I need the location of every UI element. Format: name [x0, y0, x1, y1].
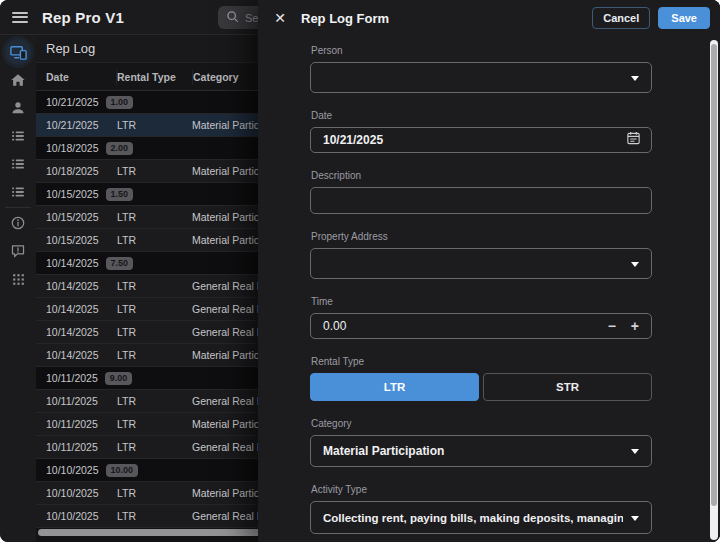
rep-log-title: Rep Log: [46, 41, 95, 56]
devices-icon: [9, 43, 28, 62]
cell-rental-type: LTR: [117, 441, 192, 453]
description-input[interactable]: [310, 187, 652, 214]
drawer-header: ✕ Rep Log Form Cancel Save: [258, 0, 720, 36]
drawer-body: Person Date 10/21/2025: [258, 36, 720, 542]
sidebar-item-info[interactable]: [5, 210, 31, 236]
activity-type-select[interactable]: Collecting rent, paying bills, making de…: [310, 501, 652, 534]
cell-rental-type: LTR: [117, 280, 192, 292]
cell-rental-type: LTR: [117, 303, 192, 315]
sidebar-item-list-3[interactable]: [5, 179, 31, 205]
cell-date: 10/14/2025: [36, 349, 117, 361]
rental-type-label: Rental Type: [311, 356, 652, 368]
activity-type-field: Activity Type Collecting rent, paying bi…: [310, 484, 652, 534]
cell-rental-type: LTR: [117, 510, 192, 522]
minus-icon[interactable]: −: [608, 319, 616, 333]
group-date: 10/21/2025: [36, 96, 99, 108]
app-title: Rep Pro V1: [42, 9, 124, 26]
group-total-badge: 1.50: [106, 188, 134, 201]
group-date: 10/11/2025: [36, 372, 98, 384]
apps-grid-icon: [11, 272, 26, 287]
activity-type-label: Activity Type: [311, 484, 652, 496]
person-label: Person: [311, 45, 652, 57]
sidebar-divider: [5, 207, 31, 208]
cell-date: 10/18/2025: [36, 165, 117, 177]
menu-button[interactable]: [8, 5, 32, 29]
chevron-down-icon: [631, 449, 639, 454]
group-total-badge: 1.00: [106, 96, 134, 109]
cell-rental-type: LTR: [117, 211, 192, 223]
group-date: 10/14/2025: [36, 257, 99, 269]
cell-date: 10/14/2025: [36, 303, 117, 315]
person-icon: [10, 100, 26, 116]
sidebar-item-apps[interactable]: [5, 266, 31, 292]
cell-date: 10/21/2025: [36, 119, 117, 131]
save-button[interactable]: Save: [658, 7, 710, 29]
hamburger-icon: [12, 9, 28, 25]
sidebar-item-feedback[interactable]: [5, 238, 31, 264]
time-stepper: − +: [608, 314, 639, 338]
time-input[interactable]: 0.00 − +: [310, 313, 652, 339]
cell-date: 10/15/2025: [36, 211, 117, 223]
sidebar: [0, 35, 36, 542]
group-total-badge: 2.00: [106, 142, 134, 155]
time-label: Time: [311, 296, 652, 308]
property-address-field: Property Address: [310, 231, 652, 279]
property-address-select[interactable]: [310, 248, 652, 279]
description-label: Description: [311, 170, 652, 182]
close-icon[interactable]: ✕: [270, 8, 290, 28]
rep-log-form-drawer: ✕ Rep Log Form Cancel Save Person Date 1…: [258, 0, 720, 542]
column-header-date[interactable]: Date: [36, 69, 117, 85]
date-input[interactable]: 10/21/2025: [310, 127, 652, 153]
list-icon: [10, 184, 26, 200]
rental-type-ltr-button[interactable]: LTR: [310, 373, 479, 401]
cancel-button[interactable]: Cancel: [592, 7, 650, 29]
feedback-icon: [10, 243, 26, 259]
person-select[interactable]: [310, 62, 652, 93]
rental-type-str-button[interactable]: STR: [483, 373, 652, 401]
cell-rental-type: LTR: [117, 349, 192, 361]
cell-date: 10/15/2025: [36, 234, 117, 246]
calendar-icon[interactable]: [626, 131, 641, 150]
category-field: Category Material Participation: [310, 418, 652, 467]
chevron-down-icon: [631, 516, 639, 521]
person-field: Person: [310, 45, 652, 93]
vertical-scrollbar-thumb[interactable]: [711, 44, 717, 506]
sidebar-item-person[interactable]: [5, 95, 31, 121]
date-label: Date: [311, 110, 652, 122]
sidebar-item-devices[interactable]: [5, 39, 31, 65]
cell-rental-type: LTR: [117, 487, 192, 499]
category-value: Material Participation: [323, 444, 444, 458]
sidebar-item-list-2[interactable]: [5, 151, 31, 177]
vertical-scrollbar-track[interactable]: [710, 40, 718, 540]
list-icon: [10, 128, 26, 144]
cell-rental-type: LTR: [117, 119, 192, 131]
date-field: Date 10/21/2025: [310, 110, 652, 153]
cell-rental-type: LTR: [117, 234, 192, 246]
group-total-badge: 7.50: [106, 257, 134, 270]
plus-icon[interactable]: +: [631, 319, 639, 333]
column-header-rental-type[interactable]: Rental Type: [117, 69, 193, 85]
cell-rental-type: LTR: [117, 418, 192, 430]
cell-date: 10/11/2025: [36, 395, 117, 407]
cell-date: 10/11/2025: [36, 441, 117, 453]
category-select[interactable]: Material Participation: [310, 435, 652, 467]
cell-date: 10/11/2025: [36, 418, 117, 430]
cell-date: 10/10/2025: [36, 510, 117, 522]
property-address-label: Property Address: [311, 231, 652, 243]
time-value: 0.00: [323, 319, 346, 333]
category-label: Category: [311, 418, 652, 430]
date-value: 10/21/2025: [323, 133, 383, 147]
drawer-title: Rep Log Form: [301, 11, 389, 26]
group-date: 10/10/2025: [36, 464, 99, 476]
rental-type-field: Rental Type LTR STR: [310, 356, 652, 401]
group-date: 10/15/2025: [36, 188, 99, 200]
cell-date: 10/14/2025: [36, 326, 117, 338]
cell-rental-type: LTR: [117, 395, 192, 407]
group-date: 10/18/2025: [36, 142, 99, 154]
list-icon: [10, 156, 26, 172]
cell-date: 10/14/2025: [36, 280, 117, 292]
group-total-badge: 9.00: [105, 372, 133, 385]
chevron-down-icon: [631, 262, 639, 267]
sidebar-item-home[interactable]: [5, 67, 31, 93]
sidebar-item-list-1[interactable]: [5, 123, 31, 149]
